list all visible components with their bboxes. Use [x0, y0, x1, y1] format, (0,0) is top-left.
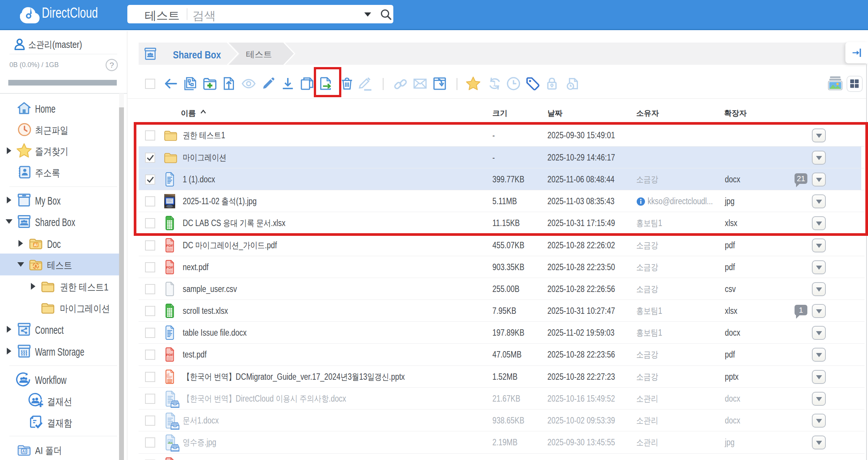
svg-text:AI: AI — [22, 449, 26, 454]
svg-text:PDF: PDF — [166, 265, 173, 269]
svg-text:AI: AI — [34, 243, 38, 247]
svg-text:PDF: PDF — [166, 353, 173, 357]
svg-text:1: 1 — [492, 79, 497, 88]
svg-text:?: ? — [110, 61, 114, 69]
svg-text:PDF: PDF — [166, 243, 173, 248]
